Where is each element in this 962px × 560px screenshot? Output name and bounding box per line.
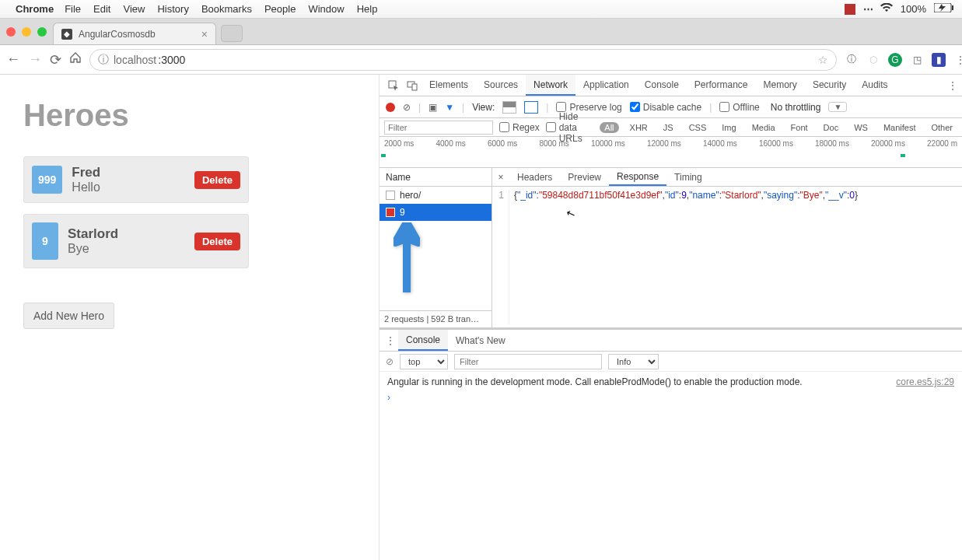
address-bar[interactable]: ⓘ localhost:3000 ☆	[89, 49, 837, 71]
status-overflow-icon[interactable]	[863, 3, 873, 15]
detail-tab-response[interactable]: Response	[609, 168, 666, 186]
network-request-list: Name hero/ 9 2 requests | 592 B tran…	[380, 168, 492, 327]
devtools-tab-memory[interactable]: Memory	[756, 75, 805, 96]
ext-generic-icon[interactable]: ◳	[910, 53, 924, 67]
hero-card[interactable]: 999 Fred Hello Delete	[23, 156, 249, 203]
clear-console-icon[interactable]: ⊘	[386, 356, 394, 367]
devtools-menu-icon[interactable]: ⋮	[943, 75, 962, 96]
tab-title: AngularCosmosdb	[79, 29, 156, 40]
request-row[interactable]: 9	[380, 204, 491, 221]
regex-checkbox[interactable]: Regex	[499, 122, 540, 133]
devtools-tab-sources[interactable]: Sources	[476, 75, 526, 96]
devtools-tab-console[interactable]: Console	[637, 75, 687, 96]
bookmark-star-icon[interactable]: ☆	[818, 54, 828, 66]
menu-window[interactable]: Window	[308, 3, 344, 15]
menu-people[interactable]: People	[264, 3, 296, 15]
new-tab-button[interactable]	[221, 25, 243, 42]
reload-button[interactable]: ⟳	[50, 51, 61, 68]
detail-tab-headers[interactable]: Headers	[509, 168, 560, 186]
add-hero-button[interactable]: Add New Hero	[23, 303, 114, 329]
request-row[interactable]: hero/	[380, 187, 491, 204]
ext-info-icon[interactable]: ⓘ	[845, 53, 859, 67]
filter-type-other[interactable]: Other	[926, 122, 957, 133]
detail-tab-preview[interactable]: Preview	[560, 168, 609, 186]
record-button[interactable]	[386, 103, 395, 112]
device-toolbar-icon[interactable]	[403, 75, 422, 96]
throttling-select[interactable]: No throttling	[771, 102, 821, 113]
devtools-tab-security[interactable]: Security	[805, 75, 854, 96]
capture-screenshots-icon[interactable]: ▣	[429, 102, 437, 113]
menu-history[interactable]: History	[157, 3, 188, 15]
maximize-window-button[interactable]	[37, 27, 47, 37]
hero-card[interactable]: 9 Starlord Bye Delete	[23, 214, 249, 268]
network-timeline[interactable]: 2000 ms 4000 ms 6000 ms 8000 ms 10000 ms…	[380, 137, 962, 168]
menu-view[interactable]: View	[123, 3, 145, 15]
filter-type-font[interactable]: Font	[786, 122, 813, 133]
drawer-menu-icon[interactable]: ⋮	[383, 330, 398, 351]
detail-tab-timing[interactable]: Timing	[666, 168, 710, 186]
filter-type-js[interactable]: JS	[659, 122, 678, 133]
url-host: localhost	[114, 54, 156, 66]
network-filter-input[interactable]	[384, 121, 493, 135]
browser-tab[interactable]: ◆ AngularCosmosdb ×	[53, 23, 216, 44]
ext-purple-icon[interactable]: ▮	[932, 53, 946, 67]
timeline-tick: 12000 ms	[647, 139, 681, 148]
devtools-panel: Elements Sources Network Application Con…	[380, 75, 962, 560]
console-source-link[interactable]: core.es5.js:29	[896, 376, 954, 387]
drawer-tab-whatsnew[interactable]: What's New	[448, 330, 513, 351]
drawer-tab-console[interactable]: Console	[398, 330, 448, 351]
close-detail-icon[interactable]: ×	[492, 168, 509, 186]
ext-angular-icon[interactable]: ⬡	[866, 53, 880, 67]
devtools-tab-application[interactable]: Application	[575, 75, 637, 96]
offline-checkbox[interactable]: Offline	[719, 102, 759, 113]
menu-help[interactable]: Help	[357, 3, 378, 15]
filter-type-all[interactable]: All	[600, 122, 618, 133]
console-level-select[interactable]: Info	[608, 354, 659, 369]
menu-file[interactable]: File	[65, 3, 81, 15]
menu-edit[interactable]: Edit	[93, 3, 110, 15]
site-info-icon[interactable]: ⓘ	[98, 53, 109, 67]
filter-type-xhr[interactable]: XHR	[625, 122, 652, 133]
clear-button[interactable]: ⊘	[403, 102, 411, 113]
home-button[interactable]	[69, 51, 82, 68]
devtools-drawer: ⋮ Console What's New ⊘ top Info Angular …	[380, 328, 962, 560]
ext-grammarly-icon[interactable]: G	[888, 53, 902, 67]
console-filter-input[interactable]	[454, 354, 602, 369]
close-tab-icon[interactable]: ×	[201, 28, 208, 40]
view-small-icon[interactable]	[524, 101, 538, 114]
minimize-window-button[interactable]	[22, 27, 31, 37]
svg-rect-4	[412, 84, 417, 90]
devtools-tab-elements[interactable]: Elements	[422, 75, 476, 96]
delete-hero-button[interactable]: Delete	[194, 233, 240, 250]
menubar-app[interactable]: Chrome	[16, 3, 54, 15]
close-window-button[interactable]	[6, 27, 16, 37]
filter-type-css[interactable]: CSS	[684, 122, 712, 133]
filter-type-media[interactable]: Media	[747, 122, 780, 133]
back-button[interactable]: ←	[6, 51, 20, 68]
filter-toggle-icon[interactable]: ▼	[445, 102, 454, 113]
request-list-header[interactable]: Name	[380, 168, 491, 187]
devtools-tab-audits[interactable]: Audits	[854, 75, 895, 96]
delete-hero-button[interactable]: Delete	[194, 171, 240, 189]
network-filterbar: Regex Hide data URLs All XHR JS CSS Img …	[380, 118, 962, 137]
response-body[interactable]: 1 {"_id":"59848d8d711bf50f41e3d9ef","id"…	[492, 187, 962, 327]
view-large-icon[interactable]	[502, 101, 516, 114]
devtools-tab-network[interactable]: Network	[526, 75, 575, 96]
forward-button[interactable]: →	[28, 51, 42, 68]
disable-cache-checkbox[interactable]: Disable cache	[630, 102, 701, 113]
console-message: Angular is running in the development mo…	[387, 376, 896, 387]
devtools-tab-performance[interactable]: Performance	[687, 75, 756, 96]
inspect-element-icon[interactable]	[384, 75, 403, 96]
menu-bookmarks[interactable]: Bookmarks	[201, 3, 252, 15]
status-recording-icon	[845, 4, 855, 15]
filter-type-img[interactable]: Img	[717, 122, 740, 133]
console-message-row[interactable]: Angular is running in the development mo…	[387, 376, 954, 387]
browser-menu-icon[interactable]: ⋮	[953, 53, 962, 67]
filter-type-doc[interactable]: Doc	[819, 122, 844, 133]
filter-type-manifest[interactable]: Manifest	[879, 122, 921, 133]
filter-type-ws[interactable]: WS	[849, 122, 873, 133]
wifi-icon[interactable]	[880, 3, 893, 15]
console-context-select[interactable]: top	[400, 354, 448, 369]
throttling-dropdown-icon[interactable]: ▼	[828, 102, 847, 112]
console-prompt[interactable]: ›	[387, 392, 954, 403]
